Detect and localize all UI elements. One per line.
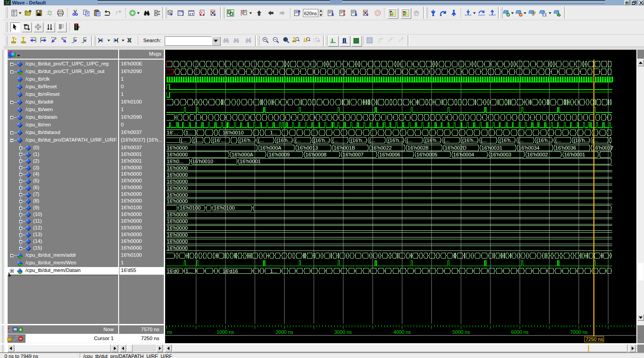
svg-text:16'h0034: 16'h0034 [518,145,540,151]
svg-text:1000 ns: 1000 ns [216,329,234,335]
svg-text:16'h0000: 16'h0000 [166,239,188,244]
svg-text:16'...: 16'... [166,130,178,135]
svg-text:{...: {... [592,138,598,143]
svg-text:{16'h...: {16'h... [313,138,329,143]
svg-text:{...: {... [295,138,301,143]
svg-text:5000 ns: 5000 ns [452,329,470,335]
svg-text:{16'h...: {16'h... [573,138,589,143]
svg-text:16'd0: 16'd0 [166,268,179,274]
svg-text:16'h0005: 16'h0005 [416,152,437,157]
svg-text:16'h0022: 16'h0022 [371,145,392,151]
svg-text:16'h0000: 16'h0000 [166,185,188,191]
svg-text:16'h0100: 16'h0100 [213,205,235,211]
svg-text:16'h0001: 16'h0001 [564,152,585,157]
svg-text:16'h0000: 16'h0000 [166,225,188,231]
svg-text:16'd16: 16'd16 [222,268,238,274]
svg-text:16'h0000: 16'h0000 [166,172,188,177]
svg-text:16'h0002: 16'h0002 [527,152,548,157]
svg-text:16'h0000: 16'h0000 [166,192,188,198]
svg-text:1...: 1... [185,130,192,135]
svg-text:16'h0000: 16'h0000 [166,219,188,224]
svg-text:4000 ns: 4000 ns [393,329,411,335]
svg-text:{...: {... [481,138,486,143]
svg-text:16'h001B: 16'h001B [333,145,355,151]
svg-text:16'h0007: 16'h0007 [342,152,363,157]
svg-text:{...: {... [258,138,264,143]
svg-text:2000 ns: 2000 ns [275,329,293,335]
svg-text:16'h002D: 16'h002D [444,145,466,151]
svg-text:16'h0010: 16'h0010 [192,159,213,164]
svg-text:16'h0010: 16'h0010 [222,130,243,135]
svg-text:16'h0003: 16'h0003 [490,152,511,157]
svg-text:1...: 1... [185,268,192,274]
svg-text:16'h0100: 16'h0100 [179,205,200,211]
svg-text:16'h0037: 16'h0037 [592,145,613,151]
svg-text:16'h0031: 16'h0031 [481,145,502,151]
svg-text:16'h0036: 16'h0036 [555,145,576,151]
svg-text:{...: {... [180,138,186,143]
svg-text:16'h0001: 16'h0001 [239,159,260,164]
svg-text:16'h0009: 16'h0009 [269,152,290,157]
svg-text:16'h0013: 16'h0013 [297,145,318,151]
svg-text:{...: {... [332,138,338,143]
svg-text:16'h0000: 16'h0000 [166,152,188,157]
svg-text:16'h0008: 16'h0008 [305,152,326,157]
svg-text:16'h0006: 16'h0006 [379,152,400,157]
svg-text:{16'h...: {16'h... [499,138,515,143]
svg-text:{16'h...: {16'h... [536,138,552,143]
svg-text:{1...: {1... [193,138,202,143]
svg-text:{...: {... [444,138,449,143]
svg-text:{16'h...: {16'h... [388,138,403,143]
svg-text:6000 ns: 6000 ns [511,329,529,335]
svg-text:{16'h...: {16'h... [239,138,255,143]
svg-text:16'h0000: 16'h0000 [166,198,188,204]
svg-text:16'h0000: 16'h0000 [166,179,188,184]
svg-text:{...: {... [369,138,375,143]
svg-text:16'h000A: 16'h000A [260,145,281,151]
svg-text:16'h0004: 16'h0004 [453,152,474,157]
svg-text:16'h000A: 16'h000A [231,152,253,157]
svg-text:3000 ns: 3000 ns [334,329,352,335]
svg-text:16'h0000: 16'h0000 [166,212,188,217]
svg-text:{...: {... [518,138,524,143]
svg-text:16'h0000: 16'h0000 [166,232,188,237]
svg-text:{16'h...: {16'h... [350,138,366,143]
svg-text:16'h0000: 16'h0000 [166,145,188,151]
svg-text:{16'h...: {16'h... [425,138,440,143]
svg-text:1...: 1... [270,268,277,274]
svg-text:1...: 1... [270,130,277,135]
svg-text:16'h0028: 16'h0028 [407,145,428,151]
svg-text:{...: {... [406,138,412,143]
svg-text:7250 ns: 7250 ns [585,336,603,342]
svg-text:{...: {... [555,138,561,143]
svg-text:{16'h...: {16'h... [276,138,292,143]
svg-text:16'h0000: 16'h0000 [166,246,188,251]
svg-text:{16'...: {16'... [212,138,225,143]
svg-text:{16'h...: {16'h... [462,138,478,143]
svg-text:16'h0...: 16'h0... [166,159,183,164]
svg-text:ns: ns [167,329,172,335]
svg-text:7000 ns: 7000 ns [570,329,588,335]
svg-text:?: ? [181,11,184,16]
svg-text:16'h0000: 16'h0000 [166,165,188,171]
